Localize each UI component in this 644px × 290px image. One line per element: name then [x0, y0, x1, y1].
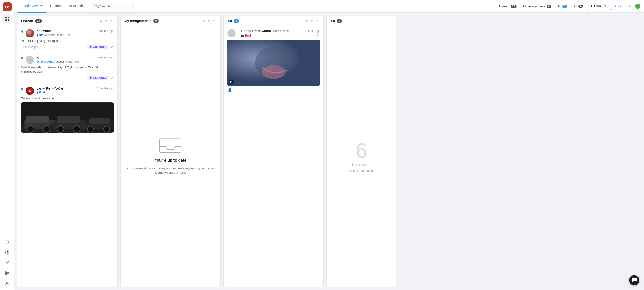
column-all-2-title: All — [330, 19, 335, 23]
svg-rect-15 — [26, 116, 49, 123]
more-icon-2[interactable]: ••• — [213, 19, 216, 23]
column-all-1-header: All 1 ↻ ✏ ••• — [224, 16, 324, 26]
source-label-kat: DM — [39, 33, 43, 37]
more-icon[interactable]: ••• — [110, 19, 114, 23]
inbox-icon — [159, 138, 182, 155]
add-feed-button[interactable]: ADD FEED — [611, 2, 633, 10]
pill-all-2-badge: 0 — [578, 5, 583, 8]
svg-point-11 — [6, 282, 8, 283]
source-context-kat: on Lariat Rent-A-Car — [44, 33, 70, 37]
column-unread: Unread 28 ↻ ✏ ••• Kat Marie — [17, 16, 118, 287]
search-box[interactable]: 🔍 — [92, 3, 134, 9]
column-my-assignments-actions: ↻ ✏ ••• — [203, 19, 216, 23]
sidebar-icon-help[interactable] — [3, 248, 12, 257]
warning-icon-alanna: ⚠ — [316, 33, 320, 38]
unread-dot — [21, 30, 23, 33]
svg-rect-7 — [5, 271, 9, 275]
pill-my-assignments[interactable]: My assignments 0 — [520, 3, 554, 9]
pill-all-1[interactable]: All 1 — [555, 3, 570, 9]
assigned-badge-kat: 👤 ASSIGNED — [87, 45, 109, 49]
sidebar-icon-profile[interactable] — [3, 279, 12, 288]
pill-unread[interactable]: Unread 28 — [496, 3, 520, 9]
svg-point-16 — [27, 126, 34, 133]
refresh-icon[interactable]: ↻ — [100, 19, 102, 23]
refresh-icon-2[interactable]: ↻ — [203, 19, 206, 23]
svg-rect-27 — [160, 139, 181, 152]
facebook-icon-lariat: ▮ — [36, 91, 38, 94]
status-indicator — [635, 4, 640, 9]
unread-dot-lariat — [21, 88, 23, 90]
svg-point-25 — [88, 126, 94, 132]
export-icon: ⬇ — [590, 4, 593, 8]
column-all-1-badge: 1 — [234, 19, 239, 23]
chat-bubble-button[interactable] — [629, 275, 639, 285]
tab-automation[interactable]: Automation — [66, 0, 89, 12]
column-unread-header: Unread 28 ↻ ✏ ••• — [18, 16, 117, 26]
column-my-assignments-empty: You're up to date Any conversations or m… — [120, 26, 220, 287]
pill-all-1-badge: 1 — [562, 5, 567, 8]
avatar-kat-marie — [26, 29, 34, 37]
tab-feed-overview[interactable]: Feed overview — [18, 0, 46, 12]
conv-time-lariat: 6 months ago — [96, 87, 114, 90]
svg-rect-3 — [8, 19, 9, 21]
conv-meta-k: K a month ago 🐦 Mention of Global Airlin… — [36, 56, 114, 63]
assigned-icon-k: 👤 — [89, 76, 92, 79]
sidebar-icon-link[interactable] — [3, 238, 12, 247]
edit-icon-3[interactable]: ✏ — [311, 19, 314, 23]
conv-time-kat: a month ago — [98, 29, 114, 33]
feed-area: Unread 28 ↻ ✏ ••• Kat Marie — [14, 12, 644, 290]
column-all-1-title: All — [227, 19, 232, 23]
column-all-2: All 0 6 No conve... Expecting something … — [326, 16, 396, 287]
refresh-icon-3[interactable]: ↻ — [306, 19, 309, 23]
column-my-assignments-title: My assignments — [124, 19, 152, 23]
pill-unread-badge: 28 — [511, 5, 517, 8]
column-unread-title: Unread — [21, 19, 33, 23]
conv-name-alanna: Alanna Brandwatch — [240, 29, 271, 33]
column-all-2-empty: 6 No conve... Expecting something e... — [327, 26, 396, 287]
pill-my-assignments-label: My assignments — [523, 4, 545, 8]
conv-card-lariat[interactable]: L Lariat Rent-A-Car 6 months ago ▮ Post — [18, 83, 117, 136]
more-icon-3[interactable]: ••• — [316, 19, 320, 23]
conv-card-alanna[interactable]: Alanna Brandwatch @bwtest0601 9 months a… — [224, 26, 324, 96]
sidebar-icon-grid[interactable] — [3, 14, 12, 23]
assigned-badge-k: 👤 ASSIGNED — [87, 76, 109, 80]
check-icon-k: ✓ — [111, 76, 114, 80]
column-unread-body: Kat Marie a month ago ▮ DM on Lariat Ren… — [18, 26, 117, 287]
conv-card-k[interactable]: K K a month ago 🐦 Mention of Global Airl… — [18, 52, 117, 83]
column-unread-actions: ↻ ✏ ••• — [100, 19, 114, 23]
svg-point-6 — [6, 262, 8, 264]
pill-unread-label: Unread — [499, 4, 509, 8]
conv-card-kat-marie[interactable]: Kat Marie a month ago ▮ DM on Lariat Ren… — [18, 26, 117, 52]
avatar-k: K — [26, 56, 34, 64]
conv-handle-alanna: @bwtest0601 — [272, 29, 290, 33]
edit-icon-2[interactable]: ✏ — [208, 19, 211, 23]
conv-meta-kat: Kat Marie a month ago ▮ DM on Lariat Ren… — [36, 29, 114, 37]
tab-reports[interactable]: Reports — [47, 0, 65, 12]
assign-icon-alanna[interactable]: 👤 — [227, 88, 232, 92]
column-all-2-badge: 0 — [337, 19, 342, 23]
edit-icon[interactable]: ✏ — [105, 19, 108, 23]
column-all-2-header: All 0 — [327, 16, 396, 26]
check-icon-alanna: ✓ — [234, 88, 237, 92]
unread-dot-k — [21, 57, 23, 59]
conv-meta-lariat: Lariat Rent-A-Car 6 months ago ▮ Post — [36, 87, 114, 94]
sidebar-bottom — [3, 238, 12, 288]
export-button[interactable]: ⬇ EXPORT — [587, 2, 610, 10]
svg-rect-20 — [57, 116, 80, 123]
assigned-label-k: ASSIGNED — [93, 76, 106, 79]
conv-time-alanna: 9 months ago — [303, 29, 320, 33]
pill-all-2[interactable]: All 0 — [571, 3, 586, 9]
source-context-k: of Global Airlines HQ — [53, 60, 78, 63]
pill-all-2-label: All — [574, 4, 577, 8]
empty-subtitle: Any conversations or messages, that are … — [125, 166, 216, 175]
conv-source-k: 🐦 Mention of Global Airlines HQ — [36, 60, 114, 63]
svg-point-32 — [262, 65, 285, 79]
app-logo[interactable]: En — [3, 2, 12, 11]
search-icon: 🔍 — [95, 4, 99, 8]
conv-meta-alanna: Alanna Brandwatch @bwtest0601 9 months a… — [240, 29, 320, 38]
twitter-icon-k: 🐦 — [36, 60, 40, 63]
sidebar-icon-table[interactable] — [3, 269, 12, 278]
search-input[interactable] — [100, 4, 131, 8]
column-my-assignments-badge: 0 — [154, 19, 159, 23]
sidebar-icon-settings[interactable] — [3, 258, 12, 267]
